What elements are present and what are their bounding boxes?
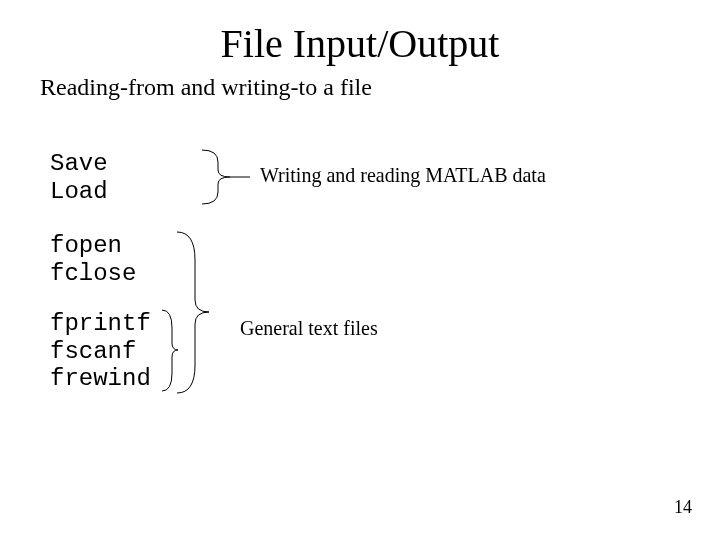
code-line: fscanf bbox=[50, 338, 151, 366]
code-group-save-load: Save Load bbox=[50, 150, 108, 205]
page-number: 14 bbox=[674, 497, 692, 518]
page-title: File Input/Output bbox=[0, 20, 720, 67]
code-line: fprintf bbox=[50, 310, 151, 338]
code-line: fopen bbox=[50, 232, 136, 260]
code-line: Save bbox=[50, 150, 108, 178]
code-line: frewind bbox=[50, 365, 151, 393]
description-text-files: General text files bbox=[240, 317, 378, 340]
code-group-fprintf-fscanf-frewind: fprintf fscanf frewind bbox=[50, 310, 151, 393]
code-line: Load bbox=[50, 178, 108, 206]
code-group-fopen-fclose: fopen fclose bbox=[50, 232, 136, 287]
slide: File Input/Output Reading-from and writi… bbox=[0, 0, 720, 540]
code-line: fclose bbox=[50, 260, 136, 288]
brace-icon bbox=[175, 230, 230, 395]
brace-icon bbox=[200, 148, 250, 206]
subtitle: Reading-from and writing-to a file bbox=[40, 74, 372, 101]
description-matlab-data: Writing and reading MATLAB data bbox=[260, 164, 546, 187]
brace-icon bbox=[160, 308, 180, 393]
